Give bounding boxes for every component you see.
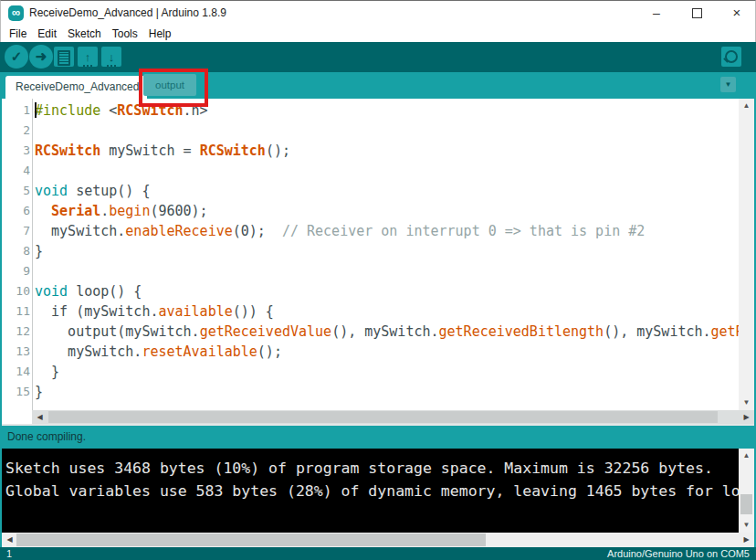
line-number: 13	[2, 342, 30, 362]
title-bar: ∞ ReceiveDemo_Advanced | Arduino 1.8.9 –…	[0, 0, 756, 25]
menu-file[interactable]: File	[4, 26, 32, 43]
cursor-line-indicator: 1	[6, 547, 12, 560]
menu-sketch[interactable]: Sketch	[62, 26, 107, 43]
tab-receivedemo-advanced[interactable]: ReceiveDemo_Advanced §	[5, 76, 147, 99]
window-title: ReceiveDemo_Advanced | Arduino 1.8.9	[29, 6, 226, 19]
scroll-right-icon[interactable]: ▶	[739, 410, 754, 424]
scrollbar-thumb[interactable]	[740, 494, 752, 514]
code-line-9[interactable]	[35, 261, 739, 281]
maximize-button[interactable]	[677, 1, 717, 26]
gutter-separator	[32, 99, 33, 410]
code-line-6[interactable]: Serial.begin(9600);	[35, 201, 739, 221]
minimize-button[interactable]: –	[636, 1, 677, 26]
scrollbar-thumb[interactable]	[48, 411, 718, 423]
line-number: 12	[2, 322, 30, 342]
line-number: 14	[2, 362, 30, 382]
scroll-down-icon[interactable]: ▼	[739, 518, 754, 533]
serial-monitor-button[interactable]	[721, 47, 741, 67]
arduino-logo-icon: ∞	[8, 5, 24, 21]
verify-button[interactable]: ✓	[5, 45, 28, 69]
open-icon: ↑	[83, 50, 93, 67]
console-line: Sketch uses 3468 bytes (10%) of program …	[5, 457, 739, 480]
code-line-5[interactable]: void setup() {	[35, 181, 739, 201]
bottom-status-bar: 1 Arduino/Genuino Uno on COM5	[0, 547, 756, 560]
status-notice-bar: Done compiling.	[0, 426, 756, 449]
line-number: 11	[2, 301, 30, 322]
menu-edit[interactable]: Edit	[32, 26, 62, 43]
line-number: 15	[2, 382, 30, 402]
line-number: 3	[2, 141, 30, 161]
red-annotation-box	[139, 69, 208, 107]
save-button[interactable]: ↓	[101, 47, 121, 67]
console-line: Global variables use 583 bytes (28%) of …	[5, 480, 739, 502]
toolbar: ✓ ➜ ↑ ↓	[0, 42, 756, 72]
scroll-right-icon[interactable]: ▶	[739, 533, 754, 546]
code-line-12[interactable]: output(mySwitch.getReceivedValue(), mySw…	[35, 322, 739, 342]
scroll-up-icon[interactable]: ▲	[739, 449, 754, 463]
build-console[interactable]: Sketch uses 3468 bytes (10%) of program …	[2, 449, 739, 533]
code-line-13[interactable]: mySwitch.resetAvailable();	[35, 342, 739, 362]
line-number-gutter: 123456789101112131415	[2, 100, 30, 402]
new-sketch-button[interactable]	[54, 47, 74, 67]
menu-tools[interactable]: Tools	[107, 26, 143, 43]
scroll-left-icon[interactable]: ◀	[32, 410, 47, 424]
code-line-11[interactable]: if (mySwitch.available()) {	[35, 301, 739, 322]
code-line-10[interactable]: void loop() {	[35, 281, 739, 301]
scroll-down-icon[interactable]: ▼	[739, 396, 754, 410]
line-number: 9	[2, 261, 30, 281]
code-line-8[interactable]: }	[35, 241, 739, 261]
scrollbar-thumb[interactable]	[16, 534, 486, 546]
menu-help[interactable]: Help	[143, 26, 177, 43]
code-editor[interactable]: 123456789101112131415 #include <RCSwitch…	[2, 99, 739, 410]
save-icon: ↓	[107, 50, 117, 67]
editor-horizontal-scrollbar[interactable]: ◀ ▶	[2, 410, 754, 424]
line-number: 1	[2, 100, 30, 121]
line-number: 10	[2, 281, 30, 301]
tab-bar: ReceiveDemo_Advanced § output ▼	[0, 72, 756, 99]
close-button[interactable]: ×	[717, 1, 756, 26]
editor-vertical-scrollbar[interactable]: ▲ ▼	[739, 99, 754, 410]
magnifier-icon	[725, 50, 738, 63]
line-number: 8	[2, 241, 30, 261]
line-number: 5	[2, 181, 30, 201]
console-vertical-scrollbar[interactable]: ▲ ▼	[739, 449, 754, 533]
arduino-ide-window: { "window": { "title": "ReceiveDemo_Adva…	[0, 0, 756, 560]
code-line-2[interactable]	[35, 121, 739, 141]
tab-list-dropdown-button[interactable]: ▼	[720, 77, 736, 92]
board-port-indicator: Arduino/Genuino Uno on COM5	[607, 547, 750, 560]
scroll-left-icon[interactable]: ◀	[2, 533, 17, 546]
document-icon	[58, 50, 70, 66]
console-horizontal-scrollbar[interactable]: ◀ ▶	[2, 533, 754, 547]
line-number: 6	[2, 201, 30, 221]
upload-button[interactable]: ➜	[29, 45, 53, 69]
code-line-3[interactable]: RCSwitch mySwitch = RCSwitch();	[35, 141, 739, 161]
line-number: 4	[2, 161, 30, 181]
line-number: 2	[2, 121, 30, 141]
scrollbar-track[interactable]: ◀ ▶	[2, 533, 754, 547]
scrollbar-track[interactable]: ◀ ▶	[32, 410, 754, 424]
code-area[interactable]: #include <RCSwitch.h>RCSwitch mySwitch =…	[35, 100, 739, 402]
status-message: Done compiling.	[7, 430, 86, 443]
code-line-4[interactable]	[35, 161, 739, 181]
code-line-7[interactable]: mySwitch.enableReceive(0); // Receiver o…	[35, 221, 739, 241]
open-button[interactable]: ↑	[78, 47, 98, 67]
menu-bar: FileEditSketchToolsHelp	[0, 25, 756, 42]
scroll-up-icon[interactable]: ▲	[739, 99, 754, 113]
maximize-icon	[692, 8, 702, 18]
code-line-14[interactable]: }	[35, 362, 739, 382]
text-caret	[35, 102, 37, 118]
line-number: 7	[2, 221, 30, 241]
code-line-15[interactable]: }	[35, 382, 739, 402]
